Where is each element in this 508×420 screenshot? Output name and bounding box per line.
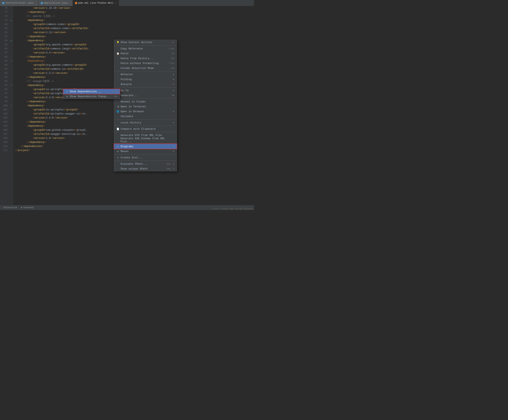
- maven-icon: ⊞: [117, 150, 119, 153]
- java-icon: [41, 2, 43, 4]
- menu-item-label: Local History: [121, 121, 141, 124]
- tab-close-icon[interactable]: ✕: [69, 2, 71, 4]
- tab-usercontroller[interactable]: UserController.java ✕: [0, 0, 39, 6]
- menu-evaluate-xpath[interactable]: Evaluate XPath... ⌥⌘X, E: [114, 162, 177, 166]
- menu-open-terminal[interactable]: 🖥 Open in Terminal: [114, 104, 177, 109]
- menu-create-gist[interactable]: ⊙ Create Gist...: [114, 155, 177, 160]
- menu-separator: [114, 143, 177, 143]
- code-line-77: </dependency>: [15, 10, 254, 14]
- menu-generate[interactable]: Generate... ⌘N: [114, 93, 177, 98]
- menu-item-label: Diagrams: [121, 145, 133, 148]
- line-numbers: 76 77 78 79 80 81 82 83 84 85 86 87 88 8…: [0, 6, 9, 205]
- code-line-81: <artifactId>commons-codec</artifactId>: [15, 26, 254, 30]
- terminal-icon: ▶: [21, 206, 22, 209]
- menu-shortcut: ⌥⏎: [172, 41, 174, 44]
- menu-shortcut: ⌘N: [172, 94, 174, 97]
- tab-label: UserController.java: [6, 2, 33, 4]
- menu-item-label: Maven: [121, 150, 128, 153]
- code-line-82: <version>1.11</version>: [15, 30, 254, 35]
- menu-item-label: Reveal in Finder: [121, 100, 146, 103]
- menu-shortcut: ⌥⇧⌘C: [169, 47, 174, 50]
- menu-shortcut: ⌥⌘X, E: [166, 163, 174, 165]
- submenu-show-dependencies[interactable]: ⊞ Show Dependencies... ⌥⇧⌘U: [63, 89, 120, 94]
- fold-gutter-icon[interactable]: ▼: [9, 104, 13, 108]
- submenu-show-deps-popup[interactable]: ⊞ Show Dependencies Popup... ⌥⌘U: [63, 94, 120, 99]
- menu-item-label: Show unique XPath: [121, 167, 148, 170]
- menu-local-history[interactable]: Local History ▶: [114, 120, 177, 125]
- menu-maven[interactable]: ⊞ Maven ▶: [114, 149, 177, 154]
- menu-column-selection[interactable]: Column Selection Mode ⇧⌘8: [114, 66, 177, 71]
- menu-shortcut: ⌥⇧⌘U: [112, 90, 117, 93]
- menu-refactor[interactable]: Refactor ▶: [114, 72, 177, 77]
- tab-label: pom.xml (zcw-foodie-dev): [78, 2, 113, 4]
- menu-show-context-actions[interactable]: 💡 Show Context Actions ⌥⏎: [114, 40, 177, 45]
- menu-compare-clipboard[interactable]: 📄 Compare with Clipboard: [114, 126, 177, 131]
- menu-item-label: Show Context Actions: [121, 41, 152, 44]
- refresh-gutter-icon[interactable]: ↻: [9, 18, 13, 22]
- menu-goto[interactable]: Go To ▶: [114, 88, 177, 93]
- paste-icon: 📋: [117, 52, 119, 55]
- diagrams-icon: ⊞: [117, 145, 119, 148]
- code-line-78: <!--apache 工具类-->: [15, 14, 254, 18]
- tab-application[interactable]: Application.java ✕: [39, 0, 73, 6]
- tab-pomxml[interactable]: pom.xml (zcw-foodie-dev) ✕: [73, 0, 119, 6]
- submenu-arrow-icon: ▶: [173, 110, 174, 113]
- lightbulb-icon: 💡: [117, 41, 119, 44]
- menu-validate[interactable]: Validate: [114, 114, 177, 119]
- submenu-item-label: Show Dependencies...: [70, 90, 101, 93]
- menu-folding[interactable]: Folding ▶: [114, 77, 177, 82]
- menu-paste-no-format[interactable]: Paste without Formatting ⌥⇧⌘V: [114, 61, 177, 66]
- submenu-arrow-icon: ▶: [173, 121, 174, 124]
- bottom-tab-enterprise[interactable]: Enterprise: [2, 205, 19, 210]
- submenu-item-label: Show Dependencies Popup...: [70, 95, 111, 98]
- browser-icon: 🌐: [117, 110, 119, 113]
- menu-show-unique-xpath[interactable]: Show unique XPath ⌥⌘X, P: [114, 166, 177, 171]
- tab-close-icon[interactable]: ✕: [115, 2, 117, 4]
- diagrams-submenu: ⊞ Show Dependencies... ⌥⇧⌘U ⊞ Show Depen…: [63, 89, 120, 99]
- menu-copy-reference[interactable]: Copy Reference ⌥⇧⌘C: [114, 46, 177, 51]
- menu-separator: [114, 45, 177, 45]
- tab-close-icon[interactable]: ✕: [35, 2, 36, 4]
- menu-gen-xsd[interactable]: Generate XSD Schema from XML File...: [114, 138, 177, 142]
- submenu-arrow-icon: ▶: [173, 150, 174, 153]
- menu-separator: [114, 98, 177, 99]
- menu-item-label: Paste without Formatting: [121, 62, 159, 65]
- menu-separator: [114, 71, 177, 71]
- bottom-bar: Enterprise ▶ Terminal https://blog.csdn.…: [0, 205, 254, 210]
- code-line-83: </dependency>: [15, 35, 254, 39]
- refresh-gutter-icon[interactable]: ↻: [9, 39, 13, 43]
- menu-item-label: Create Gist...: [121, 156, 143, 159]
- menu-item-label: Open in Terminal: [121, 105, 146, 108]
- menu-reveal-finder[interactable]: Reveal in Finder: [114, 99, 177, 104]
- menu-paste[interactable]: 📋 Paste ⌘V: [114, 51, 177, 56]
- gist-icon: ⊙: [117, 156, 119, 159]
- menu-item-label: Paste from History...: [121, 57, 154, 60]
- menu-diagrams[interactable]: ⊞ Diagrams ▶: [114, 144, 177, 149]
- menu-item-label: Generate DTD from XML File: [121, 134, 162, 137]
- enterprise-label: Enterprise: [4, 206, 17, 209]
- fold-gutter-icon[interactable]: ▼: [9, 83, 13, 88]
- menu-item-label: Generate XSD Schema from XML File...: [120, 137, 174, 143]
- xml-icon: [75, 2, 77, 4]
- deps-popup-icon: ⊞: [66, 95, 68, 98]
- url-bar: https://blog.csdn.net/qq_32370913: [212, 208, 254, 210]
- menu-open-browser[interactable]: 🌐 Open in Browser ▶: [114, 109, 177, 114]
- gutter-icons: ↻ ↻ ▼ ▼ ▼: [9, 6, 13, 205]
- deps-icon: ⊞: [66, 90, 68, 93]
- menu-shortcut: ⌥⌘X, P: [166, 168, 174, 170]
- menu-item-label: Refactor: [121, 73, 133, 76]
- code-line-79: <dependency>: [15, 18, 254, 22]
- code-line-76: <version>1.18.10</version>: [15, 6, 254, 10]
- menu-analyze[interactable]: Analyze ▶: [114, 82, 177, 87]
- terminal-label: Terminal: [23, 206, 34, 209]
- bottom-tab-terminal[interactable]: ▶ Terminal: [19, 205, 36, 210]
- menu-item-label: Evaluate XPath...: [121, 162, 148, 165]
- menu-item-label: Generate...: [121, 94, 138, 97]
- terminal-icon: 🖥: [117, 105, 119, 108]
- menu-item-label: Analyze: [121, 83, 132, 86]
- fold-gutter-icon[interactable]: ▼: [9, 59, 13, 63]
- menu-paste-history[interactable]: Paste from History... ⇧⌘V: [114, 56, 177, 61]
- menu-item-label: Open in Browser: [121, 110, 144, 113]
- tab-label: Application.java: [44, 2, 67, 4]
- menu-separator: [114, 87, 177, 88]
